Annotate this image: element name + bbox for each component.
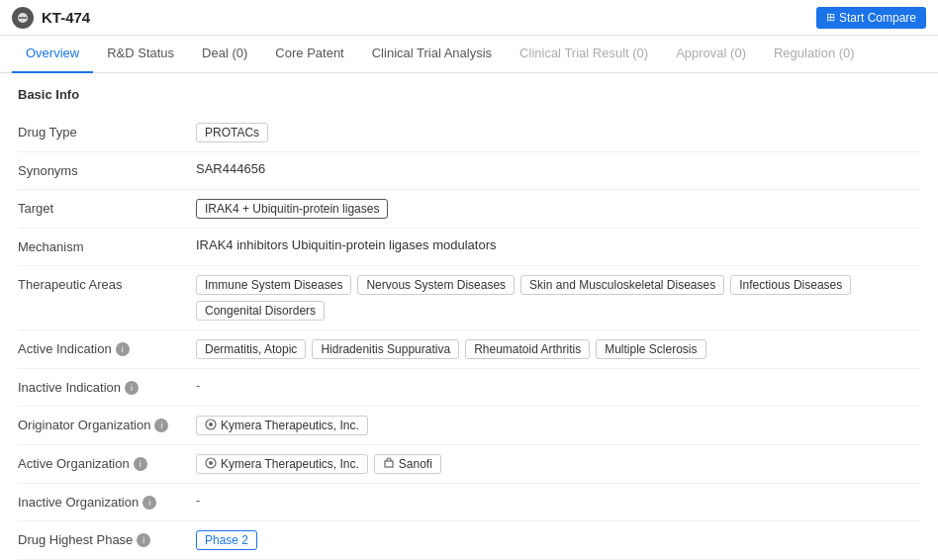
info-icon[interactable]: i [125,381,139,395]
drug-icon [12,7,34,29]
dash-value: - [196,378,200,393]
table-row: Therapeutic AreasImmune System DiseasesN… [18,266,920,330]
info-icon[interactable]: i [142,496,156,510]
tag[interactable]: Dermatitis, Atopic [196,339,306,359]
tag[interactable]: PROTACs [196,123,268,142]
row-label-active-organization: Active Organizationi [18,454,196,471]
tab-approval-0-: Approval (0) [662,36,760,73]
row-label-mechanism: Mechanism [18,237,196,254]
tabs-bar: OverviewR&D StatusDeal (0)Core PatentCli… [0,36,938,73]
text-value: IRAK4 inhibitors Ubiquitin-protein ligas… [196,237,496,252]
start-compare-button[interactable]: ⊞ Start Compare [816,7,926,29]
row-value-active-indication: Dermatitis, AtopicHidradenitis Suppurati… [196,339,920,359]
row-label-drug-highest-phase: Drug Highest Phasei [18,530,196,547]
info-icon[interactable]: i [137,533,150,547]
info-icon[interactable]: i [154,419,168,432]
tag[interactable]: Congenital Disorders [196,301,325,321]
dash-value: - [196,493,200,508]
org-icon [383,457,395,471]
tab-clinical-trial-analysis[interactable]: Clinical Trial Analysis [358,36,506,73]
table-row: Originator OrganizationiKymera Therapeut… [18,407,920,445]
tab-r-d-status[interactable]: R&D Status [93,36,188,73]
row-label-therapeutic-areas: Therapeutic Areas [18,275,196,292]
tag[interactable]: Immune System Diseases [196,275,351,295]
row-value-originator-organization: Kymera Therapeutics, Inc. [196,416,920,435]
row-value-mechanism: IRAK4 inhibitors Ubiquitin-protein ligas… [196,237,920,252]
tag[interactable]: Phase 2 [196,530,257,550]
row-value-inactive-organization: - [196,493,920,508]
svg-point-5 [209,461,213,465]
row-label-active-indication: Active Indicationi [18,339,196,356]
tag[interactable]: Multiple Sclerosis [596,339,705,359]
org-tag[interactable]: Sanofi [374,454,441,474]
section-title: Basic Info [18,87,920,102]
basic-info-rows: Drug TypePROTACsSynonymsSAR444656TargetI… [18,114,920,560]
tag[interactable]: Skin and Musculoskeletal Diseases [520,275,724,295]
text-value: SAR444656 [196,161,265,176]
tab-core-patent[interactable]: Core Patent [261,36,357,73]
tab-regulation-0-: Regulation (0) [760,36,869,73]
svg-rect-6 [385,461,393,467]
table-row: SynonymsSAR444656 [18,152,920,190]
row-value-drug-highest-phase: Phase 2 [196,530,920,550]
table-row: Drug TypePROTACs [18,114,920,152]
org-name: Kymera Therapeutics, Inc. [221,457,359,471]
content-area: Basic Info Drug TypePROTACsSynonymsSAR44… [0,73,938,560]
header-left: KT-474 [12,7,90,29]
row-value-synonyms: SAR444656 [196,161,920,176]
info-icon[interactable]: i [134,457,147,471]
svg-point-3 [209,422,213,426]
row-label-originator-organization: Originator Organizationi [18,416,196,432]
row-label-inactive-indication: Inactive Indicationi [18,378,196,395]
org-icon [205,457,217,471]
org-tag[interactable]: Kymera Therapeutics, Inc. [196,454,368,474]
row-value-active-organization: Kymera Therapeutics, Inc.Sanofi [196,454,920,474]
row-value-therapeutic-areas: Immune System DiseasesNervous System Dis… [196,275,920,321]
drug-title: KT-474 [42,9,90,26]
row-label-synonyms: Synonyms [18,161,196,178]
tag[interactable]: IRAK4 + Ubiquitin-protein ligases [196,199,388,219]
tag[interactable]: Nervous System Diseases [357,275,515,295]
tag[interactable]: Rheumatoid Arthritis [465,339,590,359]
table-row: Active OrganizationiKymera Therapeutics,… [18,445,920,484]
row-value-inactive-indication: - [196,378,920,393]
row-label-inactive-organization: Inactive Organizationi [18,493,196,510]
org-icon [205,419,217,432]
org-name: Sanofi [399,457,432,471]
table-row: Drug Highest PhaseiPhase 2 [18,521,920,560]
table-row: Inactive Indicationi- [18,369,920,407]
row-label-target: Target [18,199,196,216]
tag[interactable]: Infectious Diseases [730,275,851,295]
info-icon[interactable]: i [116,342,130,356]
tag[interactable]: Hidradenitis Suppurativa [312,339,459,359]
org-tag[interactable]: Kymera Therapeutics, Inc. [196,416,368,435]
org-name: Kymera Therapeutics, Inc. [221,419,359,432]
row-label-drug-type: Drug Type [18,123,196,140]
table-row: Inactive Organizationi- [18,484,920,521]
table-row: Active IndicationiDermatitis, AtopicHidr… [18,330,920,369]
tab-deal-0-[interactable]: Deal (0) [188,36,261,73]
tab-overview[interactable]: Overview [12,36,93,73]
tab-clinical-trial-result-0-: Clinical Trial Result (0) [506,36,662,73]
start-compare-label: Start Compare [839,11,916,25]
table-row: TargetIRAK4 + Ubiquitin-protein ligases [18,190,920,229]
table-row: MechanismIRAK4 inhibitors Ubiquitin-prot… [18,229,920,266]
header: KT-474 ⊞ Start Compare [0,0,938,36]
row-value-target: IRAK4 + Ubiquitin-protein ligases [196,199,920,219]
row-value-drug-type: PROTACs [196,123,920,142]
compare-icon: ⊞ [826,11,835,24]
